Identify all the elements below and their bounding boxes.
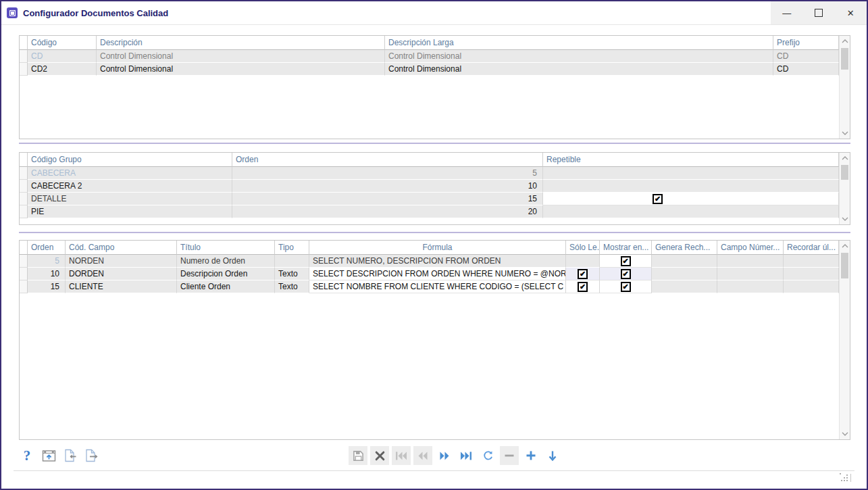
vertical-scrollbar[interactable] — [839, 36, 850, 139]
column-header-tipo[interactable]: Tipo — [275, 241, 309, 255]
cell-mostrar-en[interactable] — [600, 268, 652, 280]
checkbox[interactable] — [578, 282, 588, 292]
cell-mostrar-en[interactable] — [600, 255, 652, 268]
window-upload-button[interactable] — [39, 446, 58, 465]
cell-codigo[interactable]: CD — [28, 50, 97, 63]
cell-orden[interactable]: 15 — [232, 193, 543, 205]
cell-campo-numero[interactable] — [717, 268, 784, 280]
cell-repetible[interactable] — [543, 180, 839, 193]
cell-tipo[interactable]: Texto — [275, 280, 309, 293]
column-header-solo-lectura[interactable]: Sólo Le... — [566, 241, 600, 255]
table-row[interactable]: CABECERA 5 — [20, 167, 839, 180]
column-header-formula[interactable]: Fórmula — [309, 241, 566, 255]
cell-orden[interactable]: 5 — [28, 255, 66, 268]
minimize-button[interactable]: — — [771, 1, 802, 24]
column-header-orden[interactable]: Orden — [28, 241, 66, 255]
cell-solo-lectura[interactable] — [566, 280, 600, 293]
cell-repetible[interactable] — [543, 167, 839, 180]
scroll-down-icon[interactable] — [840, 128, 850, 139]
column-header-titulo[interactable]: Título — [177, 241, 275, 255]
cell-descripcion-larga[interactable]: Control Dimensional — [385, 50, 773, 63]
record-selector[interactable] — [20, 193, 28, 205]
cell-titulo[interactable]: Numero de Orden — [177, 255, 275, 268]
cell-recordar-ultimo[interactable] — [784, 280, 839, 293]
cell-orden[interactable]: 20 — [232, 205, 543, 218]
cell-genera-rechazo[interactable] — [652, 280, 717, 293]
save-button[interactable] — [349, 446, 367, 465]
scroll-up-icon[interactable] — [840, 36, 850, 47]
cell-orden[interactable]: 10 — [232, 180, 543, 193]
cell-solo-lectura[interactable] — [566, 255, 600, 268]
cell-prefijo[interactable]: CD — [773, 63, 839, 76]
cell-codigo-grupo[interactable]: CABECERA 2 — [28, 180, 232, 193]
move-down-button[interactable] — [543, 446, 562, 465]
cell-recordar-ultimo[interactable] — [784, 255, 839, 268]
scroll-down-icon[interactable] — [840, 428, 850, 439]
table-row[interactable]: 10 DORDEN Descripcion Orden Texto SELECT… — [20, 268, 839, 280]
cell-orden[interactable]: 5 — [232, 167, 543, 180]
checkbox[interactable] — [621, 256, 631, 266]
column-header-codigo[interactable]: Código — [28, 36, 97, 50]
cell-titulo[interactable]: Cliente Orden — [177, 280, 275, 293]
cell-genera-rechazo[interactable] — [652, 268, 717, 280]
scroll-up-icon[interactable] — [840, 241, 850, 251]
cell-orden[interactable]: 10 — [28, 268, 66, 280]
column-header-descripcion-larga[interactable]: Descripción Larga — [385, 36, 773, 50]
column-header-descripcion[interactable]: Descripción — [97, 36, 385, 50]
record-selector[interactable] — [20, 205, 28, 218]
column-header-campo-numero[interactable]: Campo Númer... — [717, 241, 784, 255]
close-button[interactable]: ✕ — [835, 1, 867, 24]
refresh-button[interactable] — [478, 446, 497, 465]
cell-descripcion[interactable]: Control Dimensional — [97, 63, 385, 76]
table-row[interactable]: CD2 Control Dimensional Control Dimensio… — [20, 63, 839, 76]
table-row[interactable]: PIE 20 — [20, 205, 839, 218]
last-record-button[interactable] — [457, 446, 476, 465]
next-record-button[interactable] — [435, 446, 454, 465]
scrollbar-thumb[interactable] — [841, 48, 848, 70]
column-header-repetible[interactable]: Repetible — [543, 153, 839, 167]
cell-recordar-ultimo[interactable] — [784, 268, 839, 280]
delete-button[interactable] — [370, 446, 389, 465]
cell-cod-campo[interactable]: DORDEN — [66, 268, 177, 280]
vertical-scrollbar[interactable] — [839, 153, 850, 224]
table-row[interactable]: CD Control Dimensional Control Dimension… — [20, 50, 839, 63]
cell-mostrar-en[interactable] — [600, 280, 652, 293]
table-row[interactable]: CABECERA 2 10 — [20, 180, 839, 193]
scrollbar-thumb[interactable] — [841, 253, 848, 278]
scrollbar-thumb[interactable] — [841, 165, 848, 180]
scroll-down-icon[interactable] — [840, 214, 850, 224]
cell-formula[interactable]: SELECT NOMBRE FROM CLIENTE WHERE CODIGO … — [309, 280, 566, 293]
resize-grip[interactable] — [840, 473, 849, 483]
scroll-up-icon[interactable] — [840, 153, 850, 164]
cell-campo-numero[interactable] — [717, 255, 784, 268]
cell-orden[interactable]: 15 — [28, 280, 66, 293]
previous-record-button[interactable] — [413, 446, 432, 465]
add-row-button[interactable] — [521, 446, 540, 465]
column-header-prefijo[interactable]: Prefijo — [773, 36, 839, 50]
column-header-codigo-grupo[interactable]: Código Grupo — [28, 153, 232, 167]
remove-row-button[interactable] — [500, 446, 519, 465]
cell-cod-campo[interactable]: NORDEN — [66, 255, 177, 268]
column-header-genera-rechazo[interactable]: Genera Rech... — [652, 241, 717, 255]
cell-prefijo[interactable]: CD — [773, 50, 839, 63]
cell-codigo-grupo[interactable]: PIE — [28, 205, 232, 218]
cell-cod-campo[interactable]: CLIENTE — [66, 280, 177, 293]
record-selector[interactable] — [20, 180, 28, 193]
checkbox[interactable] — [578, 269, 588, 279]
table-row[interactable]: 5 NORDEN Numero de Orden SELECT NUMERO, … — [20, 255, 839, 268]
cell-tipo[interactable]: Texto — [275, 268, 309, 280]
cell-descripcion-larga[interactable]: Control Dimensional — [385, 63, 773, 76]
checkbox[interactable] — [621, 282, 631, 292]
checkbox[interactable] — [621, 269, 631, 279]
table-row[interactable]: DETALLE 15 — [20, 193, 839, 205]
cell-campo-numero[interactable] — [717, 280, 784, 293]
record-selector[interactable] — [20, 167, 28, 180]
cell-codigo[interactable]: CD2 — [28, 63, 97, 76]
cell-repetible[interactable] — [543, 205, 839, 218]
cell-titulo[interactable]: Descripcion Orden — [177, 268, 275, 280]
first-record-button[interactable] — [392, 446, 411, 465]
record-selector[interactable] — [20, 63, 28, 76]
column-header-orden[interactable]: Orden — [232, 153, 543, 167]
vertical-scrollbar[interactable] — [839, 241, 850, 439]
record-selector[interactable] — [20, 50, 28, 63]
